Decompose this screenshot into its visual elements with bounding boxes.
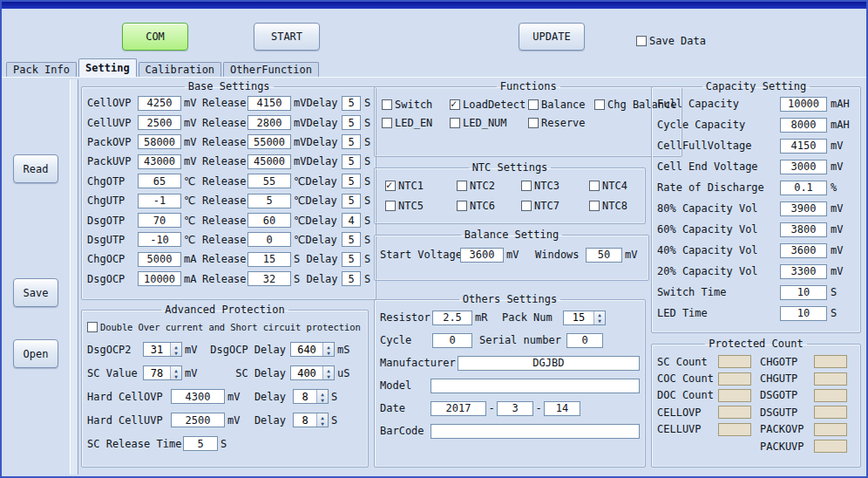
checkbox-icon[interactable] [385, 181, 396, 191]
sc-delay-value[interactable] [291, 366, 322, 379]
spinner-down-icon[interactable]: ▼ [323, 373, 334, 379]
release-value-field[interactable] [248, 134, 291, 149]
spinner[interactable]: ▲▼ [322, 343, 334, 356]
hard-celluvp-delay-value[interactable] [294, 413, 316, 427]
ntc1-checkbox[interactable]: NTC1 [385, 180, 457, 192]
start-button[interactable]: START [254, 23, 320, 51]
function-led-en[interactable]: LED_EN [382, 117, 450, 129]
read-button[interactable]: Read [13, 154, 58, 183]
checkbox-icon[interactable] [450, 99, 460, 110]
delay-value-field[interactable] [342, 96, 361, 111]
com-button[interactable]: COM [122, 23, 188, 51]
spinner-down-icon[interactable]: ▼ [317, 397, 328, 403]
param-value-field[interactable] [138, 154, 181, 169]
capacity-value-field[interactable] [780, 160, 827, 174]
dsgocp2-value[interactable] [144, 343, 170, 356]
checkbox-icon[interactable] [450, 118, 460, 128]
update-button[interactable]: UPDATE [519, 23, 585, 51]
spinner[interactable]: ▲▼ [170, 343, 181, 356]
windows-field[interactable] [586, 248, 622, 263]
spinner[interactable]: ▲▼ [322, 366, 334, 379]
spinner-up-icon[interactable]: ▲ [323, 367, 334, 373]
release-value-field[interactable] [248, 115, 291, 130]
ntc7-checkbox[interactable]: NTC7 [521, 200, 589, 212]
cycle-field[interactable] [432, 333, 472, 348]
param-value-field[interactable] [138, 174, 181, 188]
hard-cellovp-delay-value[interactable] [294, 390, 316, 403]
capacity-value-field[interactable] [780, 306, 827, 321]
capacity-value-field[interactable] [780, 264, 827, 279]
tab-otherfunction[interactable]: OtherFunction [223, 62, 319, 77]
delay-value-field[interactable] [342, 213, 361, 228]
ntc5-checkbox[interactable]: NTC5 [385, 200, 457, 212]
release-value-field[interactable] [248, 194, 291, 208]
capacity-value-field[interactable] [780, 201, 827, 216]
capacity-value-field[interactable] [780, 97, 827, 112]
dsgocp2-select[interactable]: ▲▼ [143, 342, 182, 357]
release-value-field[interactable] [248, 271, 291, 286]
hard-cellovp-value[interactable] [171, 389, 225, 404]
tab-pack-info[interactable]: Pack Info [6, 62, 77, 77]
release-value-field[interactable] [248, 252, 291, 267]
checkbox-icon[interactable] [87, 322, 98, 332]
model-field[interactable] [431, 379, 640, 393]
dsgocp-delay-select[interactable]: ▲▼ [290, 342, 335, 357]
capacity-value-field[interactable] [780, 243, 827, 258]
release-value-field[interactable] [248, 96, 291, 111]
ntc2-checkbox[interactable]: NTC2 [457, 180, 521, 192]
hard-cellovp-delay-select[interactable]: ▲▼ [293, 389, 329, 404]
hard-celluvp-delay-select[interactable]: ▲▼ [293, 413, 329, 427]
ntc4-checkbox[interactable]: NTC4 [589, 180, 640, 192]
function-switch[interactable]: Switch [382, 99, 450, 111]
spinner-up-icon[interactable]: ▲ [323, 344, 334, 350]
date-month-field[interactable] [497, 401, 533, 416]
delay-value-field[interactable] [342, 154, 361, 169]
function-balance[interactable]: Balance [528, 99, 594, 111]
checkbox-icon[interactable] [594, 99, 605, 110]
manufacturer-field[interactable] [458, 356, 640, 371]
pack-num-stepper[interactable]: ▲▼ [563, 311, 606, 325]
ntc3-checkbox[interactable]: NTC3 [521, 180, 589, 192]
spinner-down-icon[interactable]: ▼ [171, 350, 181, 356]
param-value-field[interactable] [138, 232, 181, 247]
serial-number-field[interactable] [566, 333, 603, 348]
save-button[interactable]: Save [13, 278, 58, 307]
tab-calibration[interactable]: Calibration [139, 62, 221, 77]
spinner-up-icon[interactable]: ▲ [171, 367, 181, 373]
spinner-up-icon[interactable]: ▲ [317, 391, 328, 397]
capacity-value-field[interactable] [780, 181, 827, 195]
ntc8-checkbox[interactable]: NTC8 [589, 200, 640, 212]
spinner-up-icon[interactable]: ▲ [171, 344, 181, 350]
delay-value-field[interactable] [342, 174, 361, 188]
delay-value-field[interactable] [342, 271, 361, 286]
param-value-field[interactable] [138, 194, 181, 208]
release-value-field[interactable] [248, 154, 291, 169]
sc-release-value[interactable] [183, 436, 218, 451]
function-loaddetect[interactable]: LoadDetect [450, 99, 528, 111]
spinner-up-icon[interactable]: ▲ [317, 414, 328, 420]
sc-value-select[interactable]: ▲▼ [143, 365, 182, 380]
spinner-down-icon[interactable]: ▼ [317, 420, 328, 427]
spinner[interactable]: ▲▼ [316, 390, 328, 403]
param-value-field[interactable] [138, 115, 181, 130]
capacity-value-field[interactable] [780, 118, 827, 133]
sc-delay-select[interactable]: ▲▼ [290, 365, 335, 380]
capacity-value-field[interactable] [780, 139, 827, 154]
delay-value-field[interactable] [342, 194, 361, 208]
function-led-num[interactable]: LED_NUM [450, 117, 528, 129]
tab-setting[interactable]: Setting [78, 58, 137, 77]
function-reserve[interactable]: Reserve [528, 117, 594, 129]
spinner[interactable]: ▲▼ [593, 311, 605, 324]
delay-value-field[interactable] [342, 134, 361, 149]
checkbox-icon[interactable] [589, 201, 600, 211]
capacity-value-field[interactable] [780, 222, 827, 237]
checkbox-icon[interactable] [382, 99, 392, 110]
release-value-field[interactable] [248, 174, 291, 188]
checkbox-icon[interactable] [589, 181, 600, 191]
checkbox-icon[interactable] [457, 181, 467, 191]
delay-value-field[interactable] [342, 115, 361, 130]
checkbox-icon[interactable] [528, 99, 539, 110]
date-year-field[interactable] [431, 401, 486, 416]
checkbox-icon[interactable] [382, 118, 392, 128]
start-voltage-field[interactable] [460, 248, 504, 263]
